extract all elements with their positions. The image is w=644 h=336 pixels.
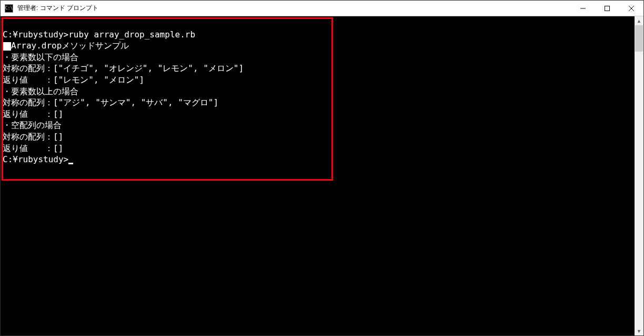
window-controls — [571, 1, 643, 16]
output-line: ・要素数以上の場合 — [3, 86, 632, 97]
output-line: ・要素数以下の場合 — [3, 52, 632, 63]
close-icon — [629, 6, 634, 11]
output-line: C:¥rubystudy>ruby array_drop_sample.rb — [3, 29, 632, 41]
output-line: 対称の配列：["アジ", "サンマ", "サバ", "マグロ"] — [3, 97, 632, 108]
titlebar: C:\ 管理者: コマンド プロンプト — [1, 1, 643, 16]
terminal-container: C:¥rubystudy>ruby array_drop_sample.rbAr… — [1, 16, 643, 335]
scrollbar-thumb[interactable] — [635, 25, 643, 52]
output-line: 対称の配列：[] — [3, 131, 632, 143]
vertical-scrollbar[interactable]: ▲ ▼ — [635, 16, 643, 335]
svg-rect-1 — [605, 6, 610, 11]
minimize-icon — [580, 6, 586, 11]
output-line: 返り値 ：[] — [3, 143, 632, 154]
output-line: ・空配列の場合 — [3, 120, 632, 131]
terminal-output[interactable]: C:¥rubystudy>ruby array_drop_sample.rbAr… — [1, 16, 635, 335]
maximize-button[interactable] — [595, 1, 619, 16]
scroll-down-button[interactable]: ▼ — [635, 327, 643, 335]
close-button[interactable] — [619, 1, 643, 16]
command-prompt-window: C:\ 管理者: コマンド プロンプト C:¥rubystudy>ruby ar… — [0, 0, 644, 336]
output-line: 返り値 ：["レモン", "メロン"] — [3, 74, 632, 86]
output-line: 対称の配列：["イチゴ", "オレンジ", "レモン", "メロン"] — [3, 63, 632, 74]
maximize-icon — [605, 6, 610, 11]
window-title: 管理者: コマンド プロンプト — [17, 4, 571, 13]
prompt-line: C:¥rubystudy> — [3, 154, 632, 165]
output-line: 返り値 ：[] — [3, 108, 632, 120]
scroll-up-button[interactable]: ▲ — [635, 16, 643, 25]
minimize-button[interactable] — [571, 1, 595, 16]
output-line: Array.dropメソッドサンプル — [3, 40, 632, 52]
app-icon: C:\ — [5, 4, 13, 13]
block-char-icon — [3, 42, 11, 51]
cursor-icon — [68, 163, 73, 164]
scrollbar-track[interactable] — [635, 25, 643, 327]
